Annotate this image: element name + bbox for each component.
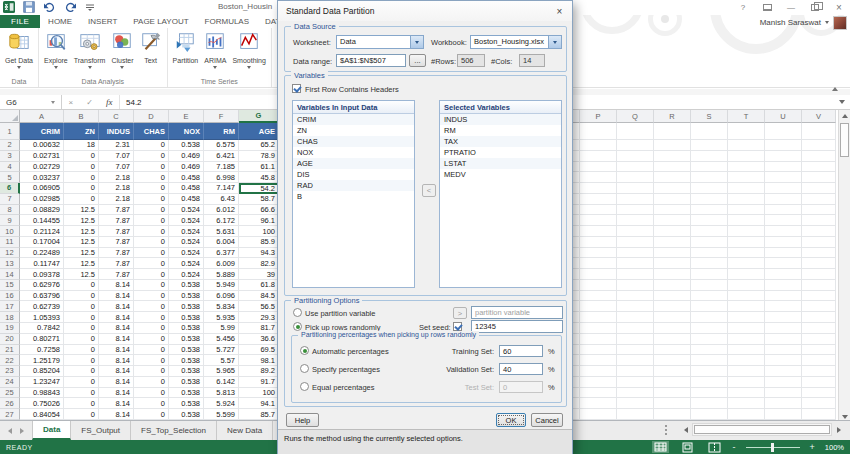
cell[interactable] (580, 388, 617, 399)
cell[interactable]: 36.6 (239, 334, 277, 345)
cell[interactable] (617, 409, 654, 420)
row-header-20[interactable]: 20 (0, 334, 20, 345)
cell[interactable] (617, 301, 654, 312)
cell[interactable]: 0 (64, 194, 99, 205)
cell[interactable]: 0 (134, 172, 169, 183)
cell[interactable]: 85.9 (239, 237, 277, 248)
cell[interactable]: 0.03237 (20, 172, 64, 183)
row-header-21[interactable]: 21 (0, 345, 20, 356)
cell[interactable]: 5.99 (204, 323, 239, 334)
cell[interactable] (802, 205, 836, 216)
cell[interactable]: 0.538 (169, 345, 204, 356)
cell[interactable] (617, 398, 654, 409)
list-item[interactable]: LSTAT (440, 158, 561, 169)
cell[interactable]: 6.096 (204, 291, 239, 302)
ribbon-button-arima[interactable]: ARIMA (202, 29, 228, 69)
cell[interactable] (728, 205, 765, 216)
cell[interactable] (802, 398, 836, 409)
row-header-3[interactable]: 3 (0, 151, 20, 162)
seed-input[interactable]: 12345 (471, 320, 563, 333)
row-header-22[interactable]: 22 (0, 355, 20, 366)
cell[interactable]: 0 (134, 183, 169, 194)
cell[interactable]: 6.172 (204, 215, 239, 226)
cell[interactable]: 0.538 (169, 355, 204, 366)
column-header-E[interactable]: E (169, 110, 204, 123)
cell[interactable] (617, 388, 654, 399)
cell[interactable]: 0 (134, 248, 169, 259)
cell[interactable] (691, 398, 728, 409)
cell[interactable]: 0 (64, 355, 99, 366)
cell[interactable]: 96.1 (239, 215, 277, 226)
cell[interactable]: 61.8 (239, 280, 277, 291)
cell[interactable] (691, 183, 728, 194)
row-header-8[interactable]: 8 (0, 205, 20, 216)
help-button[interactable]: Help (286, 413, 319, 427)
cell[interactable] (580, 334, 617, 345)
cell[interactable]: 7.87 (99, 237, 134, 248)
cell[interactable]: 6.43 (204, 194, 239, 205)
cell[interactable] (691, 162, 728, 173)
cell[interactable] (802, 388, 836, 399)
ribbon-tab-home[interactable]: HOME (40, 15, 80, 28)
list-item[interactable]: MEDV (440, 169, 561, 180)
insert-function-icon[interactable]: fx (106, 97, 113, 107)
cell[interactable] (691, 355, 728, 366)
cell[interactable] (765, 323, 802, 334)
data-range-input[interactable]: $A$1:$N$507 (336, 54, 406, 67)
zoom-level[interactable]: 100% (825, 443, 844, 452)
cell[interactable] (573, 312, 580, 323)
scroll-up-icon[interactable] (839, 110, 850, 122)
enter-icon[interactable]: ✓ (86, 98, 93, 107)
ok-button[interactable]: OK (496, 413, 526, 427)
cell[interactable] (802, 355, 836, 366)
cell[interactable] (654, 280, 691, 291)
cell[interactable] (765, 366, 802, 377)
cell[interactable] (580, 123, 617, 140)
row-header-9[interactable]: 9 (0, 215, 20, 226)
list-item[interactable]: CHAS (293, 136, 414, 147)
chevron-down-icon[interactable] (410, 36, 423, 48)
cell[interactable]: 0 (64, 301, 99, 312)
cell[interactable]: 0.538 (169, 398, 204, 409)
cell[interactable] (573, 205, 580, 216)
cell[interactable] (580, 291, 617, 302)
cell[interactable] (573, 258, 580, 269)
row-header-19[interactable]: 19 (0, 323, 20, 334)
zoom-slider[interactable] (746, 447, 800, 448)
cell[interactable] (765, 205, 802, 216)
browse-range-button[interactable]: ... (409, 54, 426, 67)
cell[interactable] (617, 194, 654, 205)
cell[interactable] (691, 312, 728, 323)
row-header-1[interactable]: 1 (0, 123, 20, 140)
column-header-R[interactable]: R (654, 110, 691, 123)
cell[interactable] (580, 237, 617, 248)
workbook-combo[interactable]: Boston_Housing.xlsx (470, 35, 562, 49)
cell[interactable] (617, 269, 654, 280)
zoom-out-icon[interactable]: - (733, 442, 736, 452)
cell[interactable] (580, 248, 617, 259)
cell[interactable]: 6.421 (204, 151, 239, 162)
expand-formula-bar-icon[interactable] (834, 95, 850, 109)
cell[interactable]: 0 (134, 194, 169, 205)
cell[interactable] (765, 301, 802, 312)
cell[interactable] (691, 301, 728, 312)
cell[interactable]: 0 (134, 162, 169, 173)
cell[interactable]: 5.57 (204, 355, 239, 366)
cell[interactable]: 6.142 (204, 377, 239, 388)
cell[interactable] (573, 269, 580, 280)
cell[interactable]: 0.80271 (20, 334, 64, 345)
cell[interactable]: 0.21124 (20, 226, 64, 237)
cell[interactable]: 0.22489 (20, 248, 64, 259)
cell[interactable] (802, 194, 836, 205)
cell[interactable] (580, 258, 617, 269)
cell[interactable] (617, 291, 654, 302)
column-header-V[interactable]: V (802, 110, 836, 123)
cell[interactable] (728, 215, 765, 226)
cell[interactable] (765, 291, 802, 302)
cell[interactable]: 0 (134, 258, 169, 269)
cell[interactable] (654, 291, 691, 302)
cell[interactable] (573, 162, 580, 173)
cell[interactable] (580, 312, 617, 323)
list-item[interactable]: NOX (293, 147, 414, 158)
move-left-button[interactable]: < (422, 184, 436, 197)
